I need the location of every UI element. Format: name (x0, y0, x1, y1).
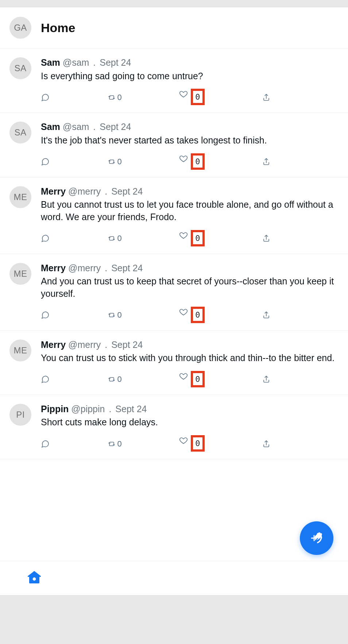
heart-icon (179, 231, 188, 239)
retweet-button[interactable]: 0 (107, 310, 122, 320)
like-button[interactable]: 0 (179, 307, 204, 323)
post[interactable]: ME Merry @merry . Sept 24 You can trust … (0, 331, 348, 395)
separator: . (93, 57, 96, 68)
post-text: You can trust us to stick with you throu… (41, 352, 339, 364)
post-text: Is everything sad going to come untrue? (41, 70, 339, 83)
post-author-name[interactable]: Sam (41, 122, 60, 132)
post-avatar[interactable]: ME (9, 186, 31, 208)
post-author-handle[interactable]: @sam (63, 122, 92, 132)
retweet-button[interactable]: 0 (107, 93, 122, 102)
home-icon (26, 569, 43, 586)
post-avatar[interactable]: PI (9, 404, 31, 426)
retweet-button[interactable]: 0 (107, 439, 122, 449)
reply-button[interactable] (41, 375, 50, 384)
home-tab[interactable] (26, 569, 43, 588)
like-button[interactable]: 0 (179, 89, 204, 105)
retweet-icon (107, 311, 116, 319)
post-author-handle[interactable]: @merry (68, 340, 103, 350)
share-button[interactable] (262, 311, 271, 319)
profile-avatar[interactable]: GA (9, 17, 31, 39)
reply-icon (41, 157, 50, 166)
post-author-name[interactable]: Pippin (41, 404, 69, 414)
post-header: Merry @merry . Sept 24 (41, 339, 339, 351)
post-avatar[interactable]: SA (9, 122, 31, 143)
share-icon (262, 375, 271, 384)
share-button[interactable] (262, 93, 271, 102)
svg-point-1 (33, 577, 36, 580)
post[interactable]: SA Sam @sam . Sept 24 It's the job that'… (0, 113, 348, 177)
retweet-button[interactable]: 0 (107, 157, 122, 166)
share-button[interactable] (262, 440, 271, 448)
post[interactable]: ME Merry @merry . Sept 24 And you can tr… (0, 254, 348, 331)
post-date: Sept 24 (111, 340, 143, 350)
post-author-name[interactable]: Merry (41, 340, 66, 350)
post[interactable]: ME Merry @merry . Sept 24 But you cannot… (0, 177, 348, 254)
reply-button[interactable] (41, 440, 50, 448)
like-button[interactable]: 0 (179, 231, 204, 246)
post-author-name[interactable]: Merry (41, 186, 66, 196)
like-count-highlight: 0 (191, 153, 204, 170)
post-text: But you cannot trust us to let you face … (41, 199, 339, 223)
post-date: Sept 24 (111, 186, 143, 196)
retweet-button[interactable]: 0 (107, 375, 122, 384)
post-header: Sam @sam . Sept 24 (41, 121, 339, 133)
post-actions: 0 0 (41, 307, 274, 323)
post-header: Merry @merry . Sept 24 (41, 262, 339, 274)
reply-button[interactable] (41, 234, 50, 243)
retweet-icon (107, 157, 116, 166)
heart-icon (179, 154, 188, 163)
retweet-icon (107, 93, 116, 102)
like-count: 0 (193, 373, 202, 385)
like-button[interactable]: 0 (179, 436, 204, 452)
retweet-count: 0 (117, 310, 122, 320)
post-header: Pippin @pippin . Sept 24 (41, 403, 339, 415)
like-count: 0 (193, 91, 202, 103)
feed-container: GA Home SA Sam @sam . Sept 24 Is everyth… (0, 7, 348, 595)
retweet-count: 0 (117, 234, 122, 243)
share-icon (262, 440, 271, 448)
post-author-name[interactable]: Merry (41, 263, 66, 273)
like-count-highlight: 0 (191, 307, 204, 323)
post-body: Pippin @pippin . Sept 24 Short cuts make… (41, 403, 339, 452)
post[interactable]: PI Pippin @pippin . Sept 24 Short cuts m… (0, 395, 348, 459)
separator: . (105, 340, 107, 350)
share-button[interactable] (262, 375, 271, 384)
like-count: 0 (193, 156, 202, 168)
share-button[interactable] (262, 234, 271, 243)
like-count-highlight: 0 (191, 230, 204, 246)
post-author-handle[interactable]: @sam (63, 57, 92, 68)
post-avatar[interactable]: ME (9, 340, 31, 361)
reply-icon (41, 234, 50, 243)
post-header: Merry @merry . Sept 24 (41, 185, 339, 198)
post-author-handle[interactable]: @pippin (71, 404, 107, 414)
retweet-button[interactable]: 0 (107, 234, 122, 243)
reply-button[interactable] (41, 93, 50, 102)
post-author-handle[interactable]: @merry (68, 263, 103, 273)
post[interactable]: SA Sam @sam . Sept 24 Is everything sad … (0, 49, 348, 113)
post-text: Short cuts make long delays. (41, 416, 339, 429)
post-body: Sam @sam . Sept 24 Is everything sad goi… (41, 57, 339, 105)
compose-button[interactable] (300, 521, 333, 555)
post-body: Merry @merry . Sept 24 But you cannot tr… (41, 185, 339, 246)
retweet-icon (107, 440, 116, 448)
app-frame: GA Home SA Sam @sam . Sept 24 Is everyth… (0, 7, 348, 595)
post-author-name[interactable]: Sam (41, 57, 60, 68)
reply-icon (41, 311, 50, 319)
like-button[interactable]: 0 (179, 154, 204, 170)
reply-button[interactable] (41, 311, 50, 319)
share-button[interactable] (262, 157, 271, 166)
post-body: Sam @sam . Sept 24 It's the job that's n… (41, 121, 339, 169)
post-text: And you can trust us to keep that secret… (41, 275, 339, 300)
post-author-handle[interactable]: @merry (68, 186, 103, 196)
post-avatar[interactable]: ME (9, 263, 31, 285)
heart-icon (179, 89, 188, 98)
post-date: Sept 24 (115, 404, 147, 414)
post-body: Merry @merry . Sept 24 And you can trust… (41, 262, 339, 323)
post-date: Sept 24 (111, 263, 143, 273)
reply-button[interactable] (41, 157, 50, 166)
post-actions: 0 0 (41, 89, 274, 105)
post-avatar[interactable]: SA (9, 57, 31, 79)
like-count-highlight: 0 (191, 371, 204, 387)
like-button[interactable]: 0 (179, 372, 204, 387)
post-text: It's the job that's never started as tak… (41, 134, 339, 147)
